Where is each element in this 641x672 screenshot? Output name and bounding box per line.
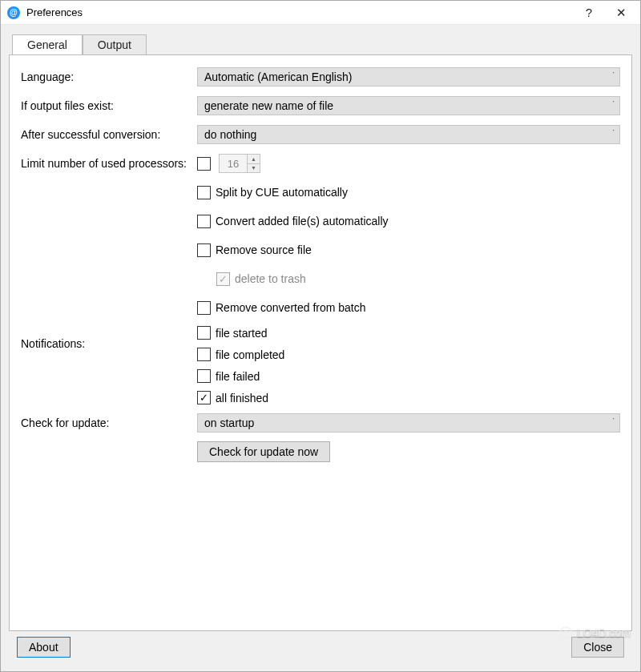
tab-panel-general: Language: Automatic (American English) I…: [9, 54, 632, 631]
convert-auto-checkbox[interactable]: [197, 215, 211, 228]
button-bar: About Close: [9, 631, 632, 663]
titlebar: @ Preferences ? ✕: [1, 1, 640, 25]
convert-auto-label: Convert added file(s) automatically: [216, 215, 389, 227]
proc-count-input[interactable]: [220, 155, 247, 172]
notifications-label: Notifications:: [21, 337, 197, 350]
close-button[interactable]: Close: [571, 637, 624, 658]
limit-proc-checkbox[interactable]: [197, 157, 211, 171]
file-started-checkbox[interactable]: [197, 326, 211, 340]
split-cue-label: Split by CUE automatically: [216, 186, 348, 199]
tab-output[interactable]: Output: [83, 34, 147, 55]
content-area: General Output Language: Automatic (Amer…: [1, 25, 640, 671]
file-failed-label: file failed: [216, 370, 260, 383]
language-label: Language:: [21, 70, 197, 83]
about-button[interactable]: About: [17, 637, 71, 658]
all-finished-checkbox[interactable]: [197, 391, 211, 404]
if-exist-value: generate new name of file: [204, 99, 333, 112]
all-finished-label: all finished: [216, 392, 268, 404]
remove-source-label: Remove source file: [216, 243, 312, 256]
after-conv-label: After successful conversion:: [21, 128, 197, 141]
check-update-now-button[interactable]: Check for update now: [197, 441, 330, 462]
remove-converted-checkbox[interactable]: [197, 301, 211, 315]
if-exist-label: If output files exist:: [21, 99, 197, 112]
language-dropdown[interactable]: Automatic (American English): [197, 67, 620, 87]
remove-source-checkbox[interactable]: [197, 243, 211, 257]
limit-proc-label: Limit number of used processors:: [21, 157, 197, 170]
language-value: Automatic (American English): [204, 70, 352, 83]
file-started-label: file started: [216, 327, 268, 340]
file-failed-checkbox[interactable]: [197, 369, 211, 383]
remove-converted-label: Remove converted from batch: [216, 301, 366, 314]
after-conv-dropdown[interactable]: do nothing: [197, 125, 620, 144]
check-update-dropdown[interactable]: on startup: [197, 413, 620, 433]
delete-trash-checkbox: [216, 272, 230, 286]
proc-step-up[interactable]: ▲: [248, 155, 260, 163]
file-completed-checkbox[interactable]: [197, 348, 211, 361]
proc-step-down[interactable]: ▼: [248, 163, 260, 173]
close-window-button[interactable]: ✕: [605, 2, 637, 24]
delete-trash-label: delete to trash: [235, 272, 306, 285]
if-exist-dropdown[interactable]: generate new name of file: [197, 96, 620, 115]
tab-general[interactable]: General: [12, 34, 83, 55]
check-update-value: on startup: [204, 416, 254, 429]
app-icon: @: [7, 6, 20, 19]
window-title: Preferences: [26, 6, 573, 18]
preferences-window: @ Preferences ? ✕ General Output Languag…: [0, 0, 641, 672]
check-update-label: Check for update:: [21, 416, 197, 429]
split-cue-checkbox[interactable]: [197, 186, 211, 199]
tabs-strip: General Output: [9, 33, 632, 55]
file-completed-label: file completed: [216, 348, 284, 361]
proc-count-spinner: ▲ ▼: [219, 154, 260, 173]
help-button[interactable]: ?: [573, 2, 605, 24]
after-conv-value: do nothing: [204, 128, 256, 141]
